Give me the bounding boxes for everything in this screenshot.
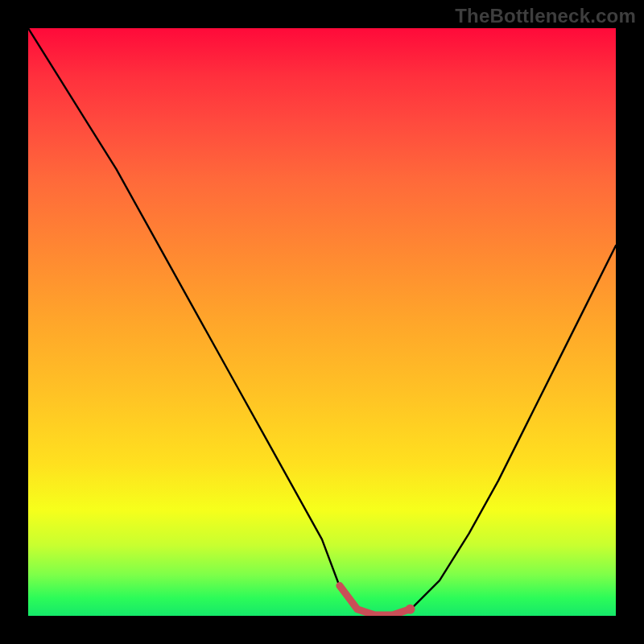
bottleneck-curve (28, 28, 616, 616)
flat-zone-endpoint (406, 605, 415, 614)
flat-zone-marker (340, 586, 411, 616)
plot-area (28, 28, 616, 616)
curve-line (28, 28, 616, 616)
watermark-text: TheBottleneck.com (455, 5, 636, 27)
chart-frame: TheBottleneck.com (0, 0, 644, 644)
